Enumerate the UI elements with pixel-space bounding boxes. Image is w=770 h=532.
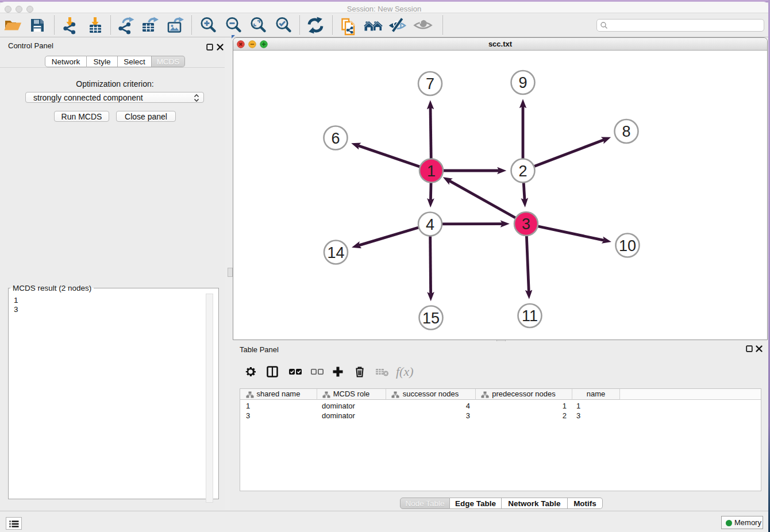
svg-text:1: 1 [427, 163, 436, 180]
svg-text:7: 7 [426, 75, 434, 92]
svg-text:9: 9 [518, 74, 527, 91]
svg-text:14: 14 [327, 244, 344, 261]
svg-text:2: 2 [518, 163, 527, 180]
svg-text:3: 3 [522, 215, 530, 233]
svg-text:4: 4 [426, 216, 434, 233]
svg-text:10: 10 [619, 237, 636, 255]
svg-text:15: 15 [422, 310, 440, 327]
svg-text:8: 8 [622, 123, 630, 140]
svg-text:11: 11 [522, 307, 538, 325]
svg-text:6: 6 [331, 130, 340, 147]
